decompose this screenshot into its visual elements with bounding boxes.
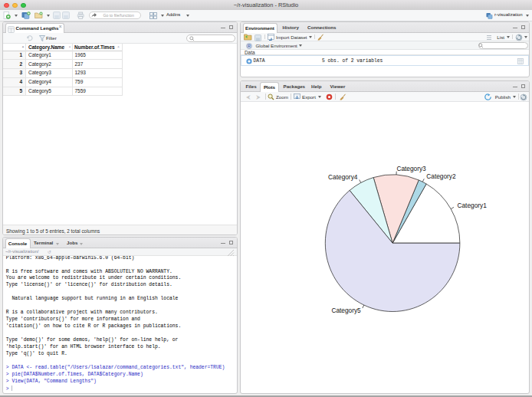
svg-text:Category3: Category3: [396, 165, 426, 172]
svg-text:Category1: Category1: [458, 202, 488, 209]
svg-text:R: R: [248, 44, 251, 48]
svg-text:Category5: Category5: [331, 307, 361, 314]
svg-text:Category2: Category2: [426, 172, 456, 180]
svg-text:Category4: Category4: [328, 173, 358, 181]
